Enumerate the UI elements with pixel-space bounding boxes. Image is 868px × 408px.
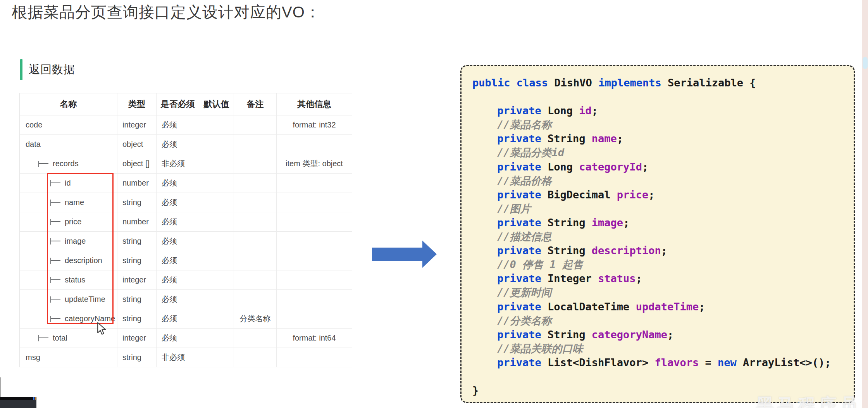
type-cell: number [117,174,157,193]
note-cell [234,329,277,348]
background-window-corner[interactable] [0,397,36,408]
default-cell [199,174,234,193]
code-token: ; [592,105,598,117]
other-cell [277,135,352,154]
code-line: private LocalDateTime updateTime; [472,300,850,314]
table-row: recordsobject []非必须item 类型: object [20,154,352,173]
type-cell: string [117,290,157,309]
section-label: 返回数据 [29,62,75,77]
required-cell: 必须 [157,212,199,231]
code-line: private String name; [472,132,850,146]
tree-connector-icon [38,335,49,341]
table-row: dataobject必须 [20,134,352,154]
default-cell [199,348,234,367]
highlight-red-box [47,173,114,324]
required-cell: 必须 [157,174,199,193]
type-cell: integer [117,329,157,348]
code-line: public class DishVO implements Serializa… [472,76,850,90]
code-token: implements [598,77,668,89]
code-comment: //分类名称 [497,315,552,327]
code-token: id [579,105,592,117]
other-cell [277,348,352,367]
code-token: name [592,133,617,145]
code-line: //图片 [472,202,850,216]
code-token: LocalDateTime [548,301,636,313]
section-accent-bar [20,59,22,80]
code-comment: //描述信息 [497,231,552,243]
table-row: codeinteger必须format: int32 [20,115,352,134]
code-token: new [718,356,743,368]
code-token: } [472,384,479,396]
code-token: String [548,329,592,341]
scrollbar-track[interactable] [862,0,868,408]
type-cell: string [117,232,157,251]
code-lines: public class DishVO implements Serializa… [472,76,850,398]
code-token: ; [667,329,673,341]
mouse-cursor [96,322,108,335]
code-line: //菜品分类id [472,146,850,160]
note-cell [234,290,277,309]
code-token: categoryName [592,329,667,341]
field-name: code [26,121,42,129]
note-cell [234,232,277,251]
required-cell: 非必须 [157,348,199,367]
code-token: description [592,244,661,257]
field-name: data [26,140,41,149]
code-line: private List<DishFlavor> flavors = new A… [472,356,850,370]
code-token: Long [548,105,579,117]
column-header: 备注 [234,93,277,115]
code-token: updateTime [636,301,699,313]
code-comment: //图片 [497,203,531,215]
note-cell: 分类名称 [234,309,277,328]
code-comment: //菜品价格 [497,175,552,187]
section-heading: 返回数据 [20,59,75,81]
code-token: private [497,161,548,173]
code-token: public class [472,77,554,89]
code-line: private String image; [472,216,850,230]
default-cell [199,154,234,173]
type-cell: number [117,212,157,231]
code-token: ; [699,301,705,313]
name-cell: msg [20,348,117,367]
code-token: status [598,272,636,284]
code-token: private [497,301,548,313]
note-cell [234,348,277,367]
other-cell [277,290,352,309]
code-line [472,370,850,384]
required-cell: 必须 [157,309,199,328]
tree-connector-icon [38,161,49,167]
background-window-orange-sliver [35,397,36,400]
code-line: //0 停售 1 起售 [472,258,850,272]
code-line: private Long id; [472,104,850,118]
default-cell [199,232,234,251]
note-cell [234,212,277,231]
required-cell: 必须 [157,115,199,134]
default-cell [199,329,234,348]
watermark: 黑马程序员 [756,393,861,408]
code-token: private [497,329,548,341]
other-cell [277,309,352,328]
code-comment: //菜品名称 [497,119,552,131]
code-token: String [548,217,592,229]
column-header: 名称 [20,93,117,115]
scrollbar-thumb[interactable] [863,57,868,69]
code-line: private BigDecimal price; [472,188,850,202]
code-line: private String description; [472,244,850,258]
code-token: BigDecimal [548,189,617,201]
default-cell [199,309,234,328]
code-token: flavors [654,356,705,368]
type-cell: integer [117,270,157,289]
default-cell [199,212,234,231]
code-comment: //菜品分类id [497,146,564,158]
code-line: private Long categoryId; [472,160,850,174]
field-name: total [53,334,67,343]
other-cell [277,174,352,193]
code-token: private [497,244,548,257]
field-name: msg [26,353,40,362]
required-cell: 必须 [157,135,199,154]
default-cell [199,115,234,134]
name-cell: records [20,154,117,173]
code-line: private String categoryName; [472,328,850,342]
required-cell: 必须 [157,290,199,309]
table-row: totalinteger必须format: int64 [20,328,352,348]
